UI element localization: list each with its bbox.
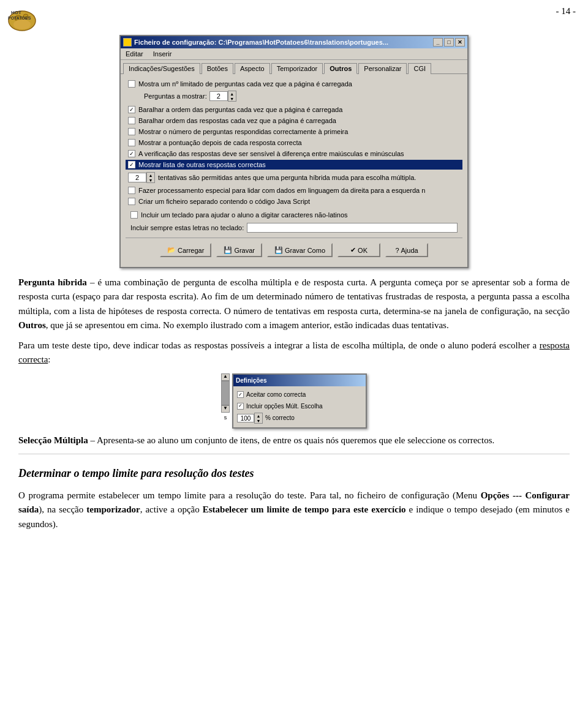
window-controls[interactable]: _ □ ✕ xyxy=(433,38,465,47)
mini-checkbox-1[interactable] xyxy=(237,391,244,398)
main-content: Pergunta híbrida – é uma combinação de p… xyxy=(0,276,588,531)
checkbox-8-label: Fazer processamento especial para lidar … xyxy=(138,187,425,194)
checkbox-7-label: Mostrar lista de outras respostas correc… xyxy=(138,161,266,168)
bold-temporizador: temporizador xyxy=(86,504,140,514)
checkbox-10-label: Incluir um teclado para ajudar o aluno a… xyxy=(141,211,348,219)
checkbox-row-1: Mostra um nº limitado de perguntas cada … xyxy=(126,79,462,89)
mini-percent-input[interactable] xyxy=(237,414,254,422)
mini-checkbox-2[interactable] xyxy=(237,403,244,410)
checkbox-4[interactable] xyxy=(128,128,135,135)
gravar-button[interactable]: 💾 Gravar xyxy=(216,243,262,257)
mini-scrollbar: ▲ ▼ s xyxy=(221,373,230,422)
mini-chk-1-label: Aceitar como correcta xyxy=(246,390,306,400)
config-dialog: Ficheiro de configuração: C:\Programas\H… xyxy=(119,35,469,268)
mini-chk-row-1: Aceitar como correcta xyxy=(237,390,362,400)
checkbox-3[interactable] xyxy=(128,117,135,124)
perguntas-up[interactable]: ▲ xyxy=(228,91,236,96)
tentativas-arrows[interactable]: ▲ ▼ xyxy=(146,172,155,183)
checkbox-7[interactable] xyxy=(128,161,135,168)
checkbox-8[interactable] xyxy=(128,187,135,194)
gravar-como-button[interactable]: 💾 Gravar Como xyxy=(267,243,333,257)
page-number: - 14 - xyxy=(556,6,576,17)
hot-potatoes-logo: HOT POTATOES xyxy=(6,6,38,32)
scroll-track xyxy=(221,381,230,405)
titlebar-title-area: Ficheiro de configuração: C:\Programas\H… xyxy=(123,38,388,47)
svg-text:HOT: HOT xyxy=(11,10,21,15)
mini-content: Aceitar como correcta Incluir opções Múl… xyxy=(233,386,366,427)
dialog-title: Ficheiro de configuração: C:\Programas\H… xyxy=(134,39,388,46)
mini-percent-arrows[interactable]: ▲ ▼ xyxy=(254,413,263,424)
mini-percent-up[interactable]: ▲ xyxy=(255,413,262,418)
carregar-label: Carregar xyxy=(178,247,204,254)
mini-titlebar: Definições xyxy=(233,375,366,387)
checkbox-4-label: Mostrar o número de perguntas respondida… xyxy=(138,128,348,135)
checkbox-2-label: Baralhar a ordem das perguntas cada vez … xyxy=(138,106,342,113)
gravar-como-icon: 💾 xyxy=(274,246,283,254)
checkbox-10[interactable] xyxy=(130,211,138,219)
tab-aspecto[interactable]: Aspecto xyxy=(235,63,270,74)
carregar-button[interactable]: 📂 Carregar xyxy=(160,243,211,257)
section-heading: Determinar o tempo limite para resolução… xyxy=(18,465,570,482)
checkbox-row-8: Fazer processamento especial para lidar … xyxy=(126,186,462,195)
carregar-icon: 📂 xyxy=(167,246,176,254)
separator xyxy=(18,454,570,454)
scroll-up-btn[interactable]: ▲ xyxy=(221,373,230,381)
menu-inserir[interactable]: Inserir xyxy=(151,50,175,58)
perguntas-label: Perguntas a mostrar: xyxy=(144,92,207,100)
keyboard-input-label: Incluir sempre estas letras no teclado: xyxy=(130,224,244,231)
mini-percent-label: % correcto xyxy=(265,413,295,423)
keyboard-input[interactable] xyxy=(247,223,458,233)
mini-percent-row: ▲ ▼ % correcto xyxy=(237,413,362,424)
mini-definition-dialog: Definições Aceitar como correcta Incluir… xyxy=(232,373,367,429)
mini-percent-spinner[interactable]: ▲ ▼ xyxy=(237,413,263,424)
tentativas-spinner[interactable]: ▲ ▼ xyxy=(128,172,155,183)
maximize-button[interactable]: □ xyxy=(444,38,454,47)
tab-personalizar[interactable]: Personalizar xyxy=(358,63,407,74)
tab-cgi[interactable]: CGI xyxy=(408,63,431,74)
ok-button[interactable]: ✔ OK xyxy=(337,243,380,257)
checkbox-9[interactable] xyxy=(128,198,135,205)
perguntas-down[interactable]: ▼ xyxy=(228,96,236,101)
tab-botoes[interactable]: Botões xyxy=(202,63,233,74)
perguntas-input[interactable] xyxy=(209,91,228,101)
checkbox-1[interactable] xyxy=(128,80,135,88)
keyboard-section: Incluir um teclado para ajudar o aluno a… xyxy=(126,209,462,235)
checkbox-5-label: Mostrar a pontuação depois de cada respo… xyxy=(138,139,302,146)
close-button[interactable]: ✕ xyxy=(455,38,465,47)
paragraph-3: Selecção Múltipla – Apresenta-se ao alun… xyxy=(18,433,570,448)
menu-editar[interactable]: Editar xyxy=(123,50,146,58)
tab-indicacoes[interactable]: Indicações/Sugestões xyxy=(123,63,200,74)
checkbox-2[interactable] xyxy=(128,106,135,113)
mini-chk-row-2: Incluir opções Múlt. Escolha xyxy=(237,402,362,411)
svg-text:POTATOES: POTATOES xyxy=(8,16,31,20)
checkbox-row-2: Baralhar a ordem das perguntas cada vez … xyxy=(126,105,462,114)
menu-bar: Editar Inserir xyxy=(121,48,467,60)
tentativas-input[interactable] xyxy=(128,173,146,182)
tab-temporizador[interactable]: Temporizador xyxy=(271,63,323,74)
mini-percent-down[interactable]: ▼ xyxy=(255,418,262,423)
checkbox-row-6: A verificação das respostas deve ser sen… xyxy=(126,149,462,159)
logo-area: HOT POTATOES xyxy=(6,6,38,32)
checkbox-5[interactable] xyxy=(128,139,135,146)
checkbox-6[interactable] xyxy=(128,150,135,157)
gravar-icon: 💾 xyxy=(224,246,232,254)
tentativas-up[interactable]: ▲ xyxy=(147,173,154,178)
checkbox-row-4: Mostrar o número de perguntas respondida… xyxy=(126,127,462,137)
bold-pergunta-hibrida: Pergunta híbrida xyxy=(18,277,87,287)
dialog-icon xyxy=(123,38,132,47)
bold-seleccao-multipla: Selecção Múltipla xyxy=(18,435,88,445)
perguntas-arrows[interactable]: ▲ ▼ xyxy=(228,91,236,102)
tentativas-down[interactable]: ▼ xyxy=(147,178,154,182)
checkbox-row-7: Mostrar lista de outras respostas correc… xyxy=(126,160,462,170)
checkbox-1-label: Mostra um nº limitado de perguntas cada … xyxy=(138,80,352,88)
minimize-button[interactable]: _ xyxy=(433,38,443,47)
tab-outros[interactable]: Outros xyxy=(324,63,357,74)
scroll-down-btn[interactable]: ▼ xyxy=(221,405,230,413)
paragraph-4: O programa permite estabelecer um tempo … xyxy=(18,489,570,531)
ajuda-button[interactable]: ? Ajuda xyxy=(385,243,428,257)
perguntas-spinner[interactable]: ▲ ▼ xyxy=(209,91,236,102)
paragraph-2: Para um teste deste tipo, deve indicar t… xyxy=(18,339,570,367)
paragraph-1: Pergunta híbrida – é uma combinação de p… xyxy=(18,276,570,332)
gravar-como-label: Gravar Como xyxy=(285,247,325,254)
mini-chk-2-label: Incluir opções Múlt. Escolha xyxy=(246,402,323,411)
